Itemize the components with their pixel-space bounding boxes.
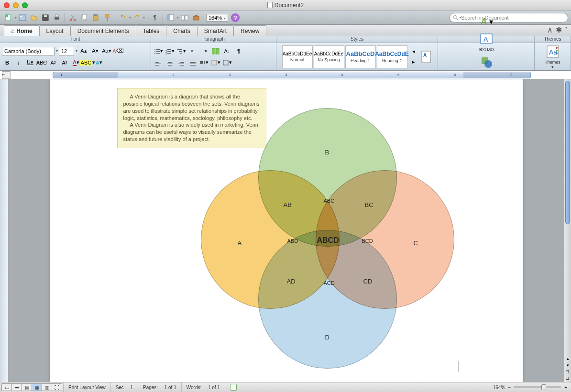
vertical-ruler[interactable]	[0, 79, 9, 382]
insert-wordart-icon[interactable]: A▾	[480, 15, 493, 28]
style-no-spacing[interactable]: AaBbCcDdEeNo Spacing	[314, 45, 344, 68]
tab-type-button[interactable]: ⌐	[2, 71, 11, 79]
svg-rect-24	[156, 49, 160, 50]
scroll-up-icon[interactable]: ▴	[564, 355, 571, 362]
style-normal[interactable]: AaBbCcDdEeNormal	[282, 45, 313, 68]
pages-indicator[interactable]: Pages: 1 of 1	[138, 382, 181, 392]
tab-home[interactable]: ⌂Home	[4, 25, 40, 36]
style-heading2[interactable]: AaBbCcDdEHeading 2	[377, 45, 407, 68]
tab-layout[interactable]: Layout	[39, 25, 71, 36]
grow-font-icon[interactable]: A▴	[78, 46, 89, 56]
tab-tables[interactable]: Tables	[136, 25, 167, 36]
open-icon[interactable]	[30, 13, 38, 22]
view-fullscreen-button[interactable]: ⛶	[52, 383, 62, 391]
shrink-font-icon[interactable]: A▾	[90, 46, 100, 56]
bold-button[interactable]: B	[2, 57, 12, 68]
document-viewport[interactable]: A Venn Diagram is a diagram that shows a…	[9, 79, 564, 382]
section-indicator[interactable]: Sec 1	[110, 382, 138, 392]
search-box[interactable]: ▾	[450, 13, 568, 22]
paste-icon[interactable]	[91, 13, 100, 22]
ribbon-settings-icon[interactable]: ✱	[556, 25, 562, 34]
page[interactable]: A Venn Diagram is a diagram that shows a…	[50, 79, 523, 382]
tab-document-elements[interactable]: Document Elements	[70, 25, 136, 36]
change-case-icon[interactable]: Aa▾	[101, 46, 112, 56]
view-print-layout-button[interactable]: ▦	[32, 383, 42, 391]
align-left-button[interactable]	[153, 57, 164, 68]
bullets-button[interactable]: ▾	[153, 46, 164, 56]
save-icon[interactable]	[41, 13, 50, 22]
svg-rect-32	[167, 51, 171, 52]
template-icon[interactable]	[18, 13, 27, 22]
zoom-slider-knob[interactable]	[541, 384, 546, 390]
zoom-percent[interactable]: 164%	[493, 385, 505, 390]
multilevel-button[interactable]: ▾	[176, 46, 187, 56]
zoom-in-button[interactable]: +	[564, 385, 567, 390]
strikethrough-button[interactable]: ABC	[36, 57, 47, 68]
clear-formatting-icon[interactable]: A⌫	[113, 46, 123, 56]
superscript-button[interactable]: A2	[59, 57, 70, 68]
copy-icon[interactable]	[80, 13, 88, 22]
styles-next-icon[interactable]: ▸	[408, 57, 419, 67]
zoom-slider[interactable]	[514, 386, 561, 388]
horizontal-ruler[interactable]: 1 1 2 3 4 5 6 7	[53, 72, 531, 78]
styles-pane-icon[interactable]: A	[420, 45, 432, 68]
view-outline-button[interactable]: ☰	[11, 383, 22, 391]
venn-diagram[interactable]: B A C D AB BC AD CD ABC ABD BCD ACD ABCD	[194, 108, 461, 376]
svg-text:A: A	[423, 53, 427, 58]
redo-icon[interactable]	[132, 13, 141, 22]
show-marks-icon[interactable]: ¶	[151, 13, 159, 22]
italic-button[interactable]: I	[13, 57, 24, 68]
sidebar-toggle-icon[interactable]	[166, 13, 175, 22]
font-name-select[interactable]	[2, 47, 55, 55]
tab-review[interactable]: Review	[233, 25, 266, 36]
undo-icon[interactable]	[119, 13, 127, 22]
scrollbar-thumb[interactable]	[565, 81, 570, 224]
tab-smartart[interactable]: SmartArt	[197, 25, 234, 36]
cut-icon[interactable]	[68, 13, 77, 22]
show-hide-button[interactable]: ¶	[233, 46, 244, 56]
view-publishing-button[interactable]: ▤	[22, 383, 32, 391]
shading-button[interactable]: ▾	[210, 57, 221, 68]
print-icon[interactable]	[53, 13, 61, 22]
help-icon[interactable]: ?	[231, 13, 240, 22]
columns-view-icon[interactable]	[210, 46, 221, 56]
page-down-icon[interactable]: ⇊	[564, 375, 571, 382]
subscript-button[interactable]: A2	[48, 57, 58, 68]
align-right-button[interactable]	[176, 57, 187, 68]
font-size-select[interactable]	[59, 47, 74, 55]
spellcheck-indicator[interactable]	[225, 382, 242, 392]
indent-right-button[interactable]: ⇥	[199, 46, 209, 56]
zoom-select[interactable]: 164% ▾	[206, 14, 228, 22]
tab-charts[interactable]: Charts	[166, 25, 197, 36]
numbering-button[interactable]: 123▾	[165, 46, 175, 56]
venn-circle-d[interactable]	[258, 230, 397, 369]
borders-button[interactable]: ▾	[222, 57, 232, 68]
search-input[interactable]	[461, 15, 565, 21]
vertical-scrollbar[interactable]: ▴ ▾ ⇈ ⇊	[564, 79, 571, 382]
toolbox-icon[interactable]	[192, 13, 200, 22]
sort-button[interactable]: A↓	[222, 46, 232, 56]
highlight-button[interactable]: ABC▾	[82, 57, 93, 68]
underline-button[interactable]: U▾	[25, 57, 35, 68]
style-heading1[interactable]: AaBbCcDHeading 1	[345, 45, 376, 68]
zoom-out-button[interactable]: −	[508, 385, 511, 390]
svg-rect-53	[190, 62, 196, 63]
justify-button[interactable]	[187, 57, 198, 68]
styles-prev-icon[interactable]: ◂	[408, 46, 419, 57]
text-effects-button[interactable]: A▾	[94, 57, 104, 68]
collapse-ribbon-icon[interactable]: ∧	[547, 25, 553, 34]
insert-textbox-button[interactable]: AText Box	[475, 31, 498, 52]
line-spacing-button[interactable]: ≡↕▾	[199, 57, 209, 68]
themes-button[interactable]: AaThemes▾	[541, 44, 564, 69]
format-painter-icon[interactable]	[103, 13, 111, 22]
align-center-button[interactable]	[165, 57, 175, 68]
gallery-icon[interactable]	[180, 13, 189, 22]
page-up-icon[interactable]: ⇈	[564, 369, 571, 375]
search-icon	[453, 15, 459, 21]
indent-left-button[interactable]: ⇤	[187, 46, 198, 56]
view-draft-button[interactable]: ▭	[1, 383, 12, 391]
scroll-down-icon[interactable]: ▾	[564, 362, 571, 369]
view-notebook-button[interactable]: ▥	[42, 383, 52, 391]
new-doc-icon[interactable]	[4, 13, 13, 22]
words-indicator[interactable]: Words: 1 of 1	[181, 382, 225, 392]
